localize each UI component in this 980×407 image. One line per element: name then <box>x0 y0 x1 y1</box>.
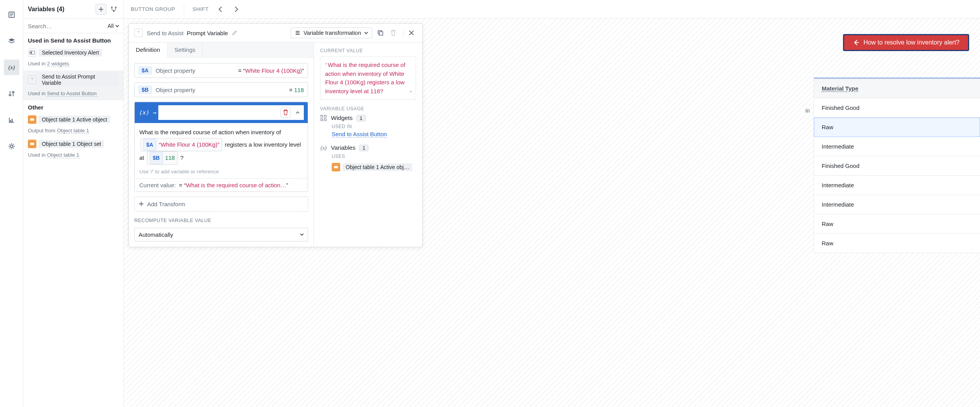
table-row[interactable]: Raw <box>814 214 980 234</box>
sort-icon[interactable] <box>4 86 19 101</box>
current-value-display: What is the required course of action wh… <box>320 56 416 100</box>
variable-item[interactable]: Selected Inventory Alert <box>23 46 123 59</box>
search-input[interactable] <box>28 23 101 29</box>
quote-icon: ” <box>134 29 143 37</box>
variable-item[interactable]: Object table 1 Active object <box>23 113 123 126</box>
svg-text:(x): (x) <box>320 145 327 151</box>
svg-rect-21 <box>324 115 326 117</box>
close-button[interactable] <box>408 30 417 36</box>
variable-editor-popover: ” Send to Assist Prompt Variable Variabl… <box>128 23 423 247</box>
add-variable-button[interactable] <box>96 4 106 15</box>
var-a-row[interactable]: $A Object property = “White Flour 4 (100… <box>134 63 308 78</box>
pill-var-b[interactable]: $B 118 <box>147 151 178 165</box>
table-row[interactable]: Finished Good <box>814 98 980 118</box>
usage-widgets-row: Widgets 1 <box>320 115 416 121</box>
delete-button-disabled <box>390 29 399 36</box>
usage-label: Variable Usage <box>320 106 416 111</box>
arrow-left-icon <box>853 39 860 46</box>
object-icon <box>28 115 36 124</box>
variable-label: Selected Inventory Alert <box>39 49 102 56</box>
variable-meta: Used in 2 widgets <box>23 59 123 70</box>
concat-editor[interactable]: What is the required course of action wh… <box>135 123 308 169</box>
nav-back-button[interactable] <box>217 6 224 13</box>
meta-link[interactable]: 2 widgets <box>47 61 69 67</box>
delete-transform-button[interactable] <box>281 108 291 118</box>
var-a-value: = “White Flour 4 (100Kg)” <box>238 67 304 74</box>
material-type-table: Material Type Finished GoodRawIntermedia… <box>814 77 980 253</box>
recompute-select[interactable]: Automatically <box>134 228 308 241</box>
popover-right-panel: Current Value What is the required cours… <box>314 43 422 247</box>
page-icon[interactable] <box>4 7 19 22</box>
clipped-text: in <box>430 107 814 115</box>
widgets-count: 1 <box>356 115 366 121</box>
table-row[interactable]: Finished Good <box>814 156 980 176</box>
add-transform-button[interactable]: Add Transform <box>134 197 308 212</box>
pill-var-a[interactable]: $A “White Flour 4 (100Kg)” <box>140 138 222 152</box>
svg-rect-15 <box>30 118 34 121</box>
duplicate-button[interactable] <box>377 29 385 36</box>
svg-marker-4 <box>9 38 15 41</box>
svg-rect-19 <box>379 32 383 35</box>
chart-icon[interactable] <box>4 112 19 128</box>
alert-label: How to resolve low inventory alert? <box>863 39 959 46</box>
collapse-button[interactable] <box>295 110 300 115</box>
used-in-sublabel: USED IN <box>332 124 416 129</box>
tab-settings[interactable]: Settings <box>168 43 203 57</box>
resolve-alert-button[interactable]: How to resolve low inventory alert? <box>843 34 969 51</box>
meta-link[interactable]: Object table 1 <box>47 152 79 158</box>
usage-variables-row: (x) Variables 1 <box>320 144 416 151</box>
tab-definition[interactable]: Definition <box>129 43 168 58</box>
variable-label: Send to Assist Prompt Variable <box>39 73 119 87</box>
nav-forward-button[interactable] <box>233 6 240 13</box>
variable-item[interactable]: Object table 1 Object set <box>23 137 123 150</box>
panel-title: Variables (4) <box>28 6 64 13</box>
add-transform-label: Add Transform <box>147 201 185 207</box>
edit-name-button[interactable] <box>232 30 237 36</box>
crumb-button-group[interactable]: BUTTON GROUP <box>131 6 175 12</box>
section-used-in: Used in Send to Assist Button <box>23 33 123 46</box>
variable-meta: Output from Object table 1 <box>23 126 123 137</box>
variable-item-active[interactable]: ” Send to Assist Prompt Variable <box>23 70 123 89</box>
layers-icon[interactable] <box>4 33 19 49</box>
table-row[interactable]: Intermediate <box>814 137 980 156</box>
branch-icon[interactable] <box>110 6 119 13</box>
uses-chip-label: Object table 1 Active obj… <box>343 163 412 171</box>
svg-text:”: ” <box>31 77 33 82</box>
var-b-badge: $B <box>139 86 152 94</box>
type-select[interactable]: Variable transformation <box>291 27 372 38</box>
svg-text:”: ” <box>138 31 139 35</box>
widgets-label: Widgets <box>331 115 353 121</box>
table-row[interactable]: Intermediate <box>814 176 980 195</box>
popover-title: Send to Assist Prompt Variable <box>147 30 228 36</box>
chevron-down-icon <box>115 24 119 28</box>
quote-icon: ” <box>28 75 36 84</box>
plus-icon <box>139 201 144 207</box>
gear-icon[interactable] <box>4 139 19 154</box>
meta-link[interactable]: Object table 1 <box>57 128 89 134</box>
variables-icon[interactable]: (x) <box>4 60 19 75</box>
recompute-value: Automatically <box>139 231 173 238</box>
filter-dropdown[interactable]: All <box>105 22 122 30</box>
meta-link[interactable]: Send to Assist Button <box>47 91 97 97</box>
uses-chip[interactable]: Object table 1 Active obj… <box>332 163 412 171</box>
var-b-row[interactable]: $B Object property = 118 <box>134 82 308 97</box>
svg-point-8 <box>10 145 13 147</box>
var-a-type: Object property <box>156 67 234 74</box>
variable-label: Object table 1 Object set <box>39 140 104 148</box>
svg-rect-6 <box>10 120 11 122</box>
concat-hint: Use '/' to add variable or reference <box>135 169 308 178</box>
filter-label: All <box>108 23 114 29</box>
concat-title: String concatenation <box>162 109 215 116</box>
crumb-shift[interactable]: SHIFT <box>193 6 209 12</box>
table-row[interactable]: Raw <box>814 118 980 137</box>
table-row[interactable]: Intermediate <box>814 195 980 214</box>
divider <box>184 5 184 14</box>
used-in-link[interactable]: Send to Assist Button <box>332 131 387 138</box>
svg-point-10 <box>115 7 117 8</box>
var-b-value: = 118 <box>289 87 304 93</box>
variable-label: Object table 1 Active object <box>39 116 110 123</box>
fx-icon: (x) → <box>139 109 156 116</box>
table-header[interactable]: Material Type <box>814 79 980 98</box>
table-row[interactable]: Raw <box>814 234 980 253</box>
svg-rect-7 <box>12 119 13 122</box>
